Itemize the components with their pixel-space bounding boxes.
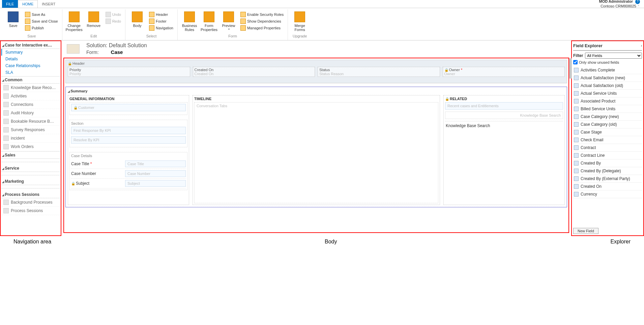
remove-button[interactable]: Remove	[85, 10, 103, 28]
field-first-response-kpi[interactable]: First Response By KPI	[71, 127, 186, 134]
field-item[interactable]: Case Category (old)	[573, 121, 642, 128]
redo-button[interactable]: Redo	[104, 18, 122, 24]
chevron-right-icon[interactable]: ›	[641, 44, 642, 48]
summary-tab-label[interactable]: Summary	[68, 89, 565, 93]
nav-group-marketing[interactable]: Marketing	[1, 178, 60, 185]
header-field-owner[interactable]: 🔒Owner * Owner	[443, 67, 565, 77]
field-explorer-title: Field Explorer	[573, 43, 603, 48]
kb-search-placeholder[interactable]: Knowledge Base Search	[445, 112, 563, 119]
process-sessions-icon	[3, 208, 9, 213]
filter-select[interactable]: All Fields	[585, 53, 642, 59]
field-item[interactable]: Contract	[573, 144, 642, 152]
nav-group-service[interactable]: Service	[1, 165, 60, 172]
help-icon[interactable]: ?	[635, 0, 640, 4]
field-resolve-by-kpi[interactable]: Resolve By KPI	[71, 136, 186, 144]
new-field-button[interactable]: New Field	[573, 228, 598, 234]
field-item[interactable]: Actual Satisfaction (old)	[573, 82, 642, 90]
recent-cases-control[interactable]: Recent cases and Entitlements	[445, 102, 563, 110]
field-item[interactable]: Currency	[573, 190, 642, 198]
field-item[interactable]: Contract Line	[573, 152, 642, 159]
kpi-section[interactable]: Section First Response By KPI Resolve By…	[69, 120, 187, 147]
field-item[interactable]: Actual Satisfaction (new)	[573, 74, 642, 82]
header-button[interactable]: Header	[148, 11, 175, 18]
footer-button[interactable]: Footer	[148, 18, 175, 24]
nav-group-sales[interactable]: Sales	[1, 152, 60, 159]
body-button[interactable]: Body	[128, 10, 146, 28]
field-subject[interactable]: 🔒Subject Subject	[71, 179, 186, 188]
remove-icon	[88, 11, 99, 22]
field-item-label: Check Email	[581, 138, 603, 142]
field-item[interactable]: Created By	[573, 159, 642, 167]
field-icon	[574, 153, 579, 158]
header-section[interactable]: 🔒Header Priority Priority Created On Cre…	[65, 60, 567, 83]
field-item[interactable]: Created By (External Party)	[573, 175, 642, 183]
nav-item-connections[interactable]: Connections	[1, 100, 60, 109]
nav-item-activities[interactable]: Activities	[1, 92, 60, 100]
save-close-button[interactable]: Save and Close	[24, 18, 59, 24]
field-item[interactable]: Activities Complete	[573, 66, 642, 74]
field-item[interactable]: Created On	[573, 183, 642, 190]
preview-button[interactable]: Preview	[219, 10, 238, 31]
form-properties-button[interactable]: Form Properties	[200, 10, 218, 32]
nav-item-bookable-resource[interactable]: Bookable Resource B…	[1, 117, 60, 126]
header-label: Header	[156, 12, 168, 17]
field-case-title[interactable]: Case Title * Case Title	[71, 159, 186, 169]
field-item[interactable]: Created By (Delegate)	[573, 167, 642, 175]
nav-item-details[interactable]: Details	[1, 56, 60, 62]
unused-fields-checkbox[interactable]	[573, 60, 578, 64]
merge-forms-button[interactable]: Merge Forms	[291, 10, 309, 32]
field-input[interactable]: Case Title	[125, 160, 186, 167]
ribbon-group-select: Body Header Footer Navigation Select	[125, 9, 178, 40]
nav-item-process-sessions[interactable]: Process Sessions	[1, 207, 60, 215]
save-button[interactable]: Save	[4, 10, 22, 28]
nav-item-summary[interactable]: Summary	[1, 49, 60, 56]
field-input[interactable]: Case Number	[125, 170, 186, 177]
field-input[interactable]: Subject	[125, 180, 186, 187]
case-details-section[interactable]: Case Details Case Title * Case Title Cas…	[69, 152, 187, 190]
scrollbar-thumb[interactable]	[569, 58, 572, 79]
summary-tab[interactable]: Summary GENERAL INFORMATION 🔒Customer Se…	[65, 87, 567, 207]
nav-group-common[interactable]: Common	[1, 77, 60, 84]
enable-security-roles-button[interactable]: Enable Security Roles	[239, 11, 285, 18]
save-close-icon	[25, 19, 30, 24]
nav-item-incident[interactable]: incident	[1, 134, 60, 143]
collapse-icon[interactable]: ⌃	[637, 5, 640, 8]
timeline-column[interactable]: TIMELINE Conversation Tabs	[193, 95, 440, 205]
general-information-column[interactable]: GENERAL INFORMATION 🔒Customer Section Fi…	[68, 95, 189, 205]
conversation-tabs-control[interactable]: Conversation Tabs	[194, 102, 438, 203]
field-case-number[interactable]: Case Number Case Number	[71, 169, 186, 179]
tab-file[interactable]: FILE	[2, 0, 18, 8]
nav-group-process-sessions[interactable]: Process Sessions	[1, 191, 60, 198]
field-item[interactable]: Case Stage	[573, 128, 642, 136]
field-item[interactable]: Check Email	[573, 136, 642, 144]
field-item[interactable]: Actual Service Units	[573, 90, 642, 97]
header-field-priority[interactable]: Priority Priority	[68, 67, 190, 77]
nav-item-sla[interactable]: SLA	[1, 69, 60, 76]
nav-item-kb-records[interactable]: Knowledge Base Reco…	[1, 84, 60, 92]
remove-label: Remove	[87, 24, 100, 28]
related-column[interactable]: 🔒RELATED Recent cases and Entitlements K…	[443, 95, 565, 205]
business-rules-button[interactable]: Business Rules	[180, 10, 199, 32]
nav-item-case-relationships[interactable]: Case Relationships	[1, 62, 60, 69]
publish-button[interactable]: Publish	[24, 25, 59, 31]
customer-section[interactable]: 🔒Customer	[69, 102, 187, 115]
kb-search-control[interactable]: Knowledge Base Search	[445, 121, 563, 178]
change-properties-button[interactable]: Change Properties	[65, 10, 83, 32]
navigation-button[interactable]: Navigation	[148, 25, 175, 31]
nav-group-case[interactable]: Case for Interactive ex…	[1, 42, 60, 49]
nav-item-survey-responses[interactable]: Survey Responses	[1, 126, 60, 134]
header-field-status[interactable]: Status Status Reason	[318, 67, 440, 77]
show-dependencies-button[interactable]: Show Dependencies	[239, 18, 285, 24]
tab-insert[interactable]: INSERT	[38, 0, 59, 8]
field-item[interactable]: Billed Service Units	[573, 105, 642, 113]
field-item[interactable]: Case Category (new)	[573, 113, 642, 121]
tab-home[interactable]: HOME	[18, 0, 38, 8]
managed-properties-button[interactable]: Managed Properties	[239, 25, 285, 31]
field-item[interactable]: Associated Product	[573, 97, 642, 105]
nav-item-work-orders[interactable]: Work Orders	[1, 143, 60, 151]
nav-item-background-processes[interactable]: Background Processes	[1, 198, 60, 207]
undo-button[interactable]: Undo	[104, 11, 122, 18]
header-field-created-on[interactable]: Created On Created On	[193, 67, 315, 77]
nav-item-audit-history[interactable]: Audit History	[1, 109, 60, 117]
save-as-button[interactable]: Save As	[24, 11, 59, 18]
